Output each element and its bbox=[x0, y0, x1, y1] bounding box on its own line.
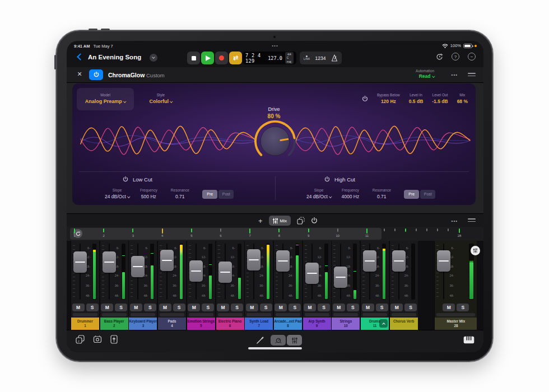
channel-strip-keyboard-player[interactable]: 6-12-18-24-36-48-MSKeyboard Player3 bbox=[128, 241, 157, 330]
solo-button[interactable]: S bbox=[347, 304, 359, 311]
fader-thumb[interactable] bbox=[218, 262, 232, 283]
track-label-emotion-strings[interactable]: Emotion Strings5 bbox=[187, 318, 215, 330]
high-cut-post-button[interactable]: Post bbox=[420, 190, 435, 199]
param-level-in[interactable]: Level In0.5 dB bbox=[409, 92, 424, 106]
cycle-button[interactable]: ⇄ bbox=[229, 52, 242, 64]
plugin-preset[interactable]: Custom bbox=[146, 72, 165, 78]
param-mix[interactable]: Mix68 % bbox=[457, 92, 468, 106]
drive-knob[interactable] bbox=[250, 116, 300, 166]
mute-button[interactable]: M bbox=[246, 304, 258, 311]
mute-button[interactable]: M bbox=[188, 304, 200, 311]
cycle-region[interactable] bbox=[70, 228, 381, 240]
high-cut-resonance[interactable]: Resonance0.71 bbox=[369, 188, 394, 201]
solo-button[interactable]: S bbox=[86, 304, 99, 311]
minimize-button[interactable]: − bbox=[468, 53, 476, 60]
low-cut-power-icon[interactable] bbox=[123, 176, 128, 183]
solo-button[interactable]: S bbox=[289, 304, 301, 311]
automation-control[interactable]: Automation Read bbox=[416, 69, 434, 80]
mixer-menu-icon[interactable] bbox=[468, 218, 476, 222]
play-button[interactable] bbox=[201, 52, 214, 64]
fader-thumb[interactable] bbox=[160, 250, 174, 271]
mixer-more-button[interactable]: ••• bbox=[452, 218, 458, 223]
fader-panel-icon[interactable] bbox=[110, 335, 118, 344]
fader-thumb[interactable] bbox=[131, 256, 145, 277]
mute-button[interactable]: M bbox=[333, 304, 345, 311]
low-cut-pre-button[interactable]: Pre bbox=[202, 190, 217, 199]
solo-button[interactable]: S bbox=[404, 304, 417, 311]
channel-strip-bass-player[interactable]: 6-12-18-24-36-48-MSBass Player2 bbox=[100, 241, 128, 330]
fader-thumb[interactable] bbox=[189, 260, 203, 282]
track-label-strings[interactable]: Strings10 bbox=[332, 318, 360, 330]
fader-thumb[interactable] bbox=[103, 251, 116, 273]
track-label-arp-synth[interactable]: Arp Synth9 bbox=[303, 318, 331, 330]
undo-history-icon[interactable] bbox=[436, 53, 443, 60]
metronome-icon[interactable] bbox=[331, 54, 338, 62]
multitask-dots[interactable]: ••• bbox=[272, 43, 278, 48]
mute-button[interactable]: M bbox=[362, 304, 374, 311]
solo-button[interactable]: S bbox=[115, 304, 127, 311]
fader-thumb[interactable] bbox=[392, 250, 406, 272]
pencil-icon[interactable] bbox=[256, 337, 264, 344]
solo-button[interactable]: S bbox=[260, 304, 272, 311]
channel-strip-strings[interactable]: 6-12-18-24-36-48-MSStrings10 bbox=[331, 241, 360, 330]
solo-button[interactable]: S bbox=[144, 304, 156, 311]
bar-ruler[interactable]: 123456789101128 bbox=[67, 227, 483, 241]
fader-thumb[interactable] bbox=[363, 250, 376, 272]
channel-strip-pads[interactable]: 6-12-18-24-36-48-MSPads4 bbox=[157, 241, 186, 330]
track-label-electric-piano[interactable]: Electric Piano6 bbox=[216, 318, 244, 330]
track-power-icon[interactable] bbox=[311, 217, 318, 225]
fader-thumb[interactable] bbox=[437, 250, 450, 272]
song-menu-button[interactable] bbox=[150, 54, 157, 62]
mute-button[interactable]: M bbox=[217, 304, 229, 311]
high-cut-frequency[interactable]: Frequency4000 Hz bbox=[338, 188, 362, 201]
fader-thumb[interactable] bbox=[247, 249, 260, 270]
track-label-master-mix[interactable]: Master Mix28 bbox=[435, 318, 477, 330]
solo-button[interactable]: S bbox=[457, 304, 469, 311]
smart-controls-button[interactable] bbox=[271, 335, 286, 346]
solo-button[interactable]: S bbox=[202, 304, 214, 311]
solo-button[interactable]: S bbox=[231, 304, 243, 311]
fader-thumb[interactable] bbox=[305, 263, 319, 284]
channel-strip-drums[interactable]: 6-12-18-24-36-48-MSDrums11 bbox=[360, 241, 389, 330]
track-label-drummer[interactable]: Drummer1 bbox=[71, 318, 99, 330]
param-level-out[interactable]: Level Out-1.5 dB bbox=[432, 92, 448, 106]
back-chevron-icon[interactable] bbox=[77, 53, 84, 60]
channel-strip-emotion-strings[interactable]: 6-12-18-24-36-48-MSEmotion Strings5 bbox=[187, 241, 215, 330]
channel-strip-electric-piano[interactable]: 6-12-18-24-36-48-MSElectric Piano6 bbox=[216, 241, 244, 330]
track-label-pads[interactable]: Pads4 bbox=[158, 318, 186, 330]
high-cut-pre-button[interactable]: Pre bbox=[404, 190, 419, 199]
low-cut-frequency[interactable]: Frequency500 Hz bbox=[136, 188, 161, 201]
mute-button[interactable]: M bbox=[130, 304, 142, 311]
collapse-track-stack-button[interactable] bbox=[379, 319, 388, 328]
mute-button[interactable]: M bbox=[101, 304, 113, 311]
channel-strip-arp-synth[interactable]: 6-12-18-24-36-48-MSArp Synth9 bbox=[303, 241, 331, 330]
channel-strip-synth-lead[interactable]: 6-12-18-24-36-48-MSSynth Lead7 bbox=[244, 241, 273, 330]
floating-mixer-button[interactable] bbox=[471, 246, 480, 255]
fader-thumb[interactable] bbox=[73, 251, 87, 273]
bypass-power-icon[interactable] bbox=[362, 96, 368, 102]
low-cut-resonance[interactable]: Resonance0.71 bbox=[168, 188, 192, 201]
low-cut-post-button[interactable]: Post bbox=[218, 190, 234, 199]
mute-button[interactable]: M bbox=[159, 304, 171, 311]
duplicate-icon[interactable] bbox=[297, 217, 305, 225]
solo-button[interactable]: S bbox=[173, 304, 185, 311]
channel-strip-master-mix[interactable]: 6-12-18-24-36-48-MSMaster Mix28 bbox=[434, 241, 477, 330]
keyboard-icon[interactable] bbox=[463, 336, 474, 344]
plugin-menu-icon[interactable] bbox=[468, 73, 476, 76]
channel-strip-drummer[interactable]: 6-12-18-24-36-48-MSDrummer1 bbox=[71, 241, 99, 330]
mute-button[interactable]: M bbox=[443, 304, 455, 311]
help-button[interactable]: ? bbox=[452, 53, 459, 60]
add-track-button[interactable]: + bbox=[258, 217, 263, 225]
fader-thumb[interactable] bbox=[334, 267, 347, 288]
lcd-display[interactable]: 7 2 4 129 127.0 4/4 C maj bbox=[243, 52, 296, 64]
stop-button[interactable] bbox=[187, 52, 200, 64]
plugin-more-button[interactable]: ••• bbox=[452, 72, 458, 77]
link-button[interactable]: LINK bbox=[304, 55, 310, 60]
mix-view-button[interactable]: Mix bbox=[269, 216, 291, 226]
plugin-power-button[interactable] bbox=[89, 69, 103, 80]
close-plugin-button[interactable]: × bbox=[77, 70, 82, 78]
param-bypass-below[interactable]: Bypass Below120 Hz bbox=[377, 92, 400, 106]
low-cut-slope[interactable]: Slope24 dB/Oct bbox=[105, 188, 129, 201]
loop-browser-icon[interactable]: ♪ bbox=[76, 335, 85, 344]
high-cut-power-icon[interactable] bbox=[324, 176, 330, 183]
